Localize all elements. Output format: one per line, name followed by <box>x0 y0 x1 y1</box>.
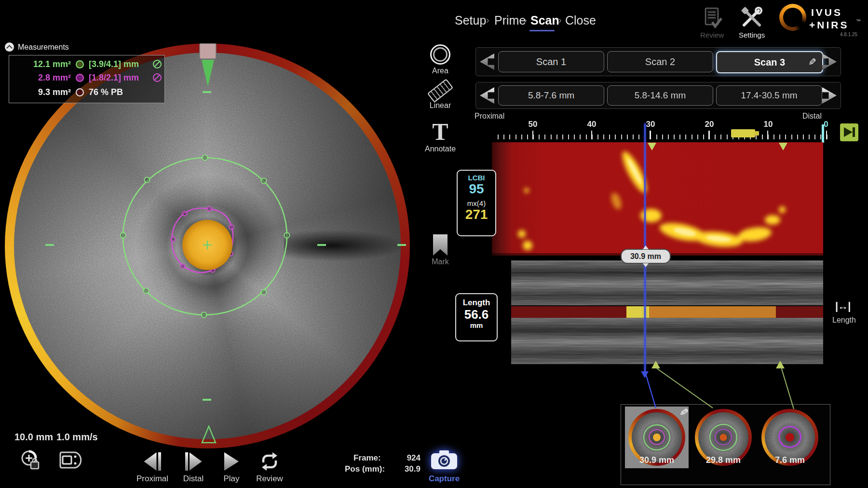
review-label: Review <box>700 31 724 39</box>
length-title: Length <box>456 298 497 308</box>
bookmark-triangle-current[interactable] <box>648 143 656 150</box>
plaque-burden-value: 76 % PB <box>89 87 164 97</box>
tab-scan-2[interactable]: Scan 2 <box>607 51 713 72</box>
scan-prev-arrow[interactable] <box>480 54 494 70</box>
thumbnail-30-9mm[interactable]: ✎ 30.9 mm <box>625 407 689 468</box>
scan-range-row: 5.8-7.6 mm 5.8-14.6 mm 17.4-30.5 mm <box>475 82 841 109</box>
measurements-title: Measurements <box>18 43 69 52</box>
app-version: 4.8.1.25 <box>840 32 857 37</box>
settings-button[interactable]: Settings <box>739 7 765 39</box>
thumbnail-label: 7.6 mm <box>758 455 822 465</box>
tab-scan-3[interactable]: Scan 3 ✎ <box>716 51 823 73</box>
length-panel: Length 56.6 mm <box>455 293 498 341</box>
measurements-header: Measurements <box>5 42 69 52</box>
play-button[interactable]: Play <box>218 451 245 484</box>
annotate-tool-label: Annotate <box>422 145 458 153</box>
rotation-handle[interactable] <box>200 43 216 59</box>
mark-tool-icon <box>433 234 448 256</box>
thumbnail-29-8mm[interactable]: 29.8 mm <box>692 407 755 468</box>
orientation-pointer-icon <box>202 60 214 87</box>
proximal-end-label: Proximal <box>475 112 504 121</box>
longitudinal-view-upper[interactable] <box>511 260 823 305</box>
range-scan-3[interactable]: 17.4-30.5 mm <box>716 85 822 106</box>
distal-zero-marker <box>822 124 824 143</box>
tab-scan-1[interactable]: Scan 1 <box>498 51 604 72</box>
step-proximal-button[interactable]: Proximal <box>134 451 171 484</box>
zoom-lock-button[interactable] <box>19 448 41 474</box>
breadcrumb-close[interactable]: Close <box>565 14 596 27</box>
lcbi-mx-value: 271 <box>458 207 495 222</box>
capture-camera-icon <box>429 448 460 471</box>
review-button[interactable]: Review <box>700 7 724 39</box>
range-scan-1[interactable]: 5.8-7.6 mm <box>498 85 604 106</box>
bookmark-thumbnail-strip: ✎ 30.9 mm 29.8 mm 7.6 mm <box>621 404 830 485</box>
tool-mark[interactable]: Mark <box>426 234 454 266</box>
review-loop-label: Review <box>253 474 286 484</box>
display-layout-button[interactable] <box>59 450 82 472</box>
step-distal-icon <box>177 451 209 472</box>
skip-arrow-icon <box>840 123 858 141</box>
bottom-marker-icon <box>202 426 216 443</box>
review-loop-button[interactable]: Review <box>253 451 286 484</box>
frame-value: 924 <box>395 453 420 463</box>
tool-area[interactable]: Area <box>426 44 454 75</box>
tool-annotate[interactable]: T Annotate <box>422 121 458 153</box>
breadcrumb-separator: › <box>486 14 489 26</box>
breadcrumb-setup[interactable]: Setup <box>455 14 486 27</box>
range-1-label: 5.8-7.6 mm <box>528 90 574 101</box>
bookmark-triangle-distal[interactable] <box>779 143 787 150</box>
chemogram-lipid-signal <box>492 142 823 256</box>
nirs-chemogram[interactable] <box>492 142 823 256</box>
catheter-marker <box>182 220 232 270</box>
frame-label: Frame: <box>353 453 381 463</box>
ivus-nirs-logo-icon <box>779 4 806 31</box>
capture-label: Capture <box>422 474 466 484</box>
pos-label: Pos (mm): <box>345 464 385 474</box>
step-proximal-icon <box>134 451 171 472</box>
active-step-underline <box>529 30 555 31</box>
range-3-label: 17.4-30.5 mm <box>741 90 797 101</box>
length-axis-label: Length <box>832 316 856 325</box>
range-next-arrow[interactable] <box>822 87 837 104</box>
review-loop-icon <box>253 451 286 472</box>
step-distal-button[interactable]: Distal <box>177 451 209 484</box>
play-icon <box>218 451 245 472</box>
lcbi-panel: LCBI 95 mx(4) 271 <box>457 170 496 236</box>
linear-tool-icon <box>427 79 453 103</box>
ruler-tick-30: 30 <box>646 120 655 129</box>
eem-area-value: 12.1 mm² <box>9 59 71 69</box>
delete-eem-measurement-icon[interactable] <box>153 60 162 68</box>
edit-scan-name-icon[interactable]: ✎ <box>807 58 818 66</box>
ruler-tick-10: 10 <box>764 120 773 129</box>
linear-tool-label: Linear <box>426 101 454 110</box>
capture-button[interactable]: Capture <box>422 448 466 484</box>
logo-tm: ™ <box>856 18 861 24</box>
tool-linear[interactable]: Linear <box>426 81 454 110</box>
annotate-tool-icon: T <box>422 121 458 143</box>
cursor-tip-icon <box>641 371 649 378</box>
delete-lumen-measurement-icon[interactable] <box>153 73 162 82</box>
breadcrumb-scan[interactable]: Scan <box>530 14 559 27</box>
lcbi-mx-label: mx(4) <box>458 199 495 207</box>
display-layout-icon <box>59 450 82 470</box>
cursor-position-badge[interactable]: 30.9 mm <box>621 249 671 264</box>
thumbnail-label: 30.9 mm <box>625 455 689 465</box>
thumbnail-7-6mm[interactable]: 7.6 mm <box>758 407 822 468</box>
scan-next-arrow[interactable] <box>822 54 837 70</box>
logo-text-ivus: IVUS <box>811 7 842 18</box>
collapse-measurements-icon[interactable] <box>5 42 14 52</box>
skip-to-distal-button[interactable] <box>840 123 858 141</box>
breadcrumb-separator: › <box>558 14 562 26</box>
eem-color-dot-icon <box>76 60 84 68</box>
range-2-label: 5.8-14.6 mm <box>635 90 686 101</box>
mark-tool-label: Mark <box>426 258 454 266</box>
breadcrumb-prime[interactable]: Prime <box>494 14 526 27</box>
range-prev-arrow[interactable] <box>480 87 494 104</box>
scan-2-label: Scan 2 <box>645 56 675 68</box>
lumen-diameter-value: [1.8/2.1] mm <box>89 73 153 83</box>
ruler-bookmark-marker[interactable] <box>731 129 755 137</box>
cursor-position-value: 30.9 mm <box>630 252 661 261</box>
play-label: Play <box>218 474 245 484</box>
length-unit: mm <box>456 321 497 329</box>
range-scan-2[interactable]: 5.8-14.6 mm <box>607 85 713 106</box>
